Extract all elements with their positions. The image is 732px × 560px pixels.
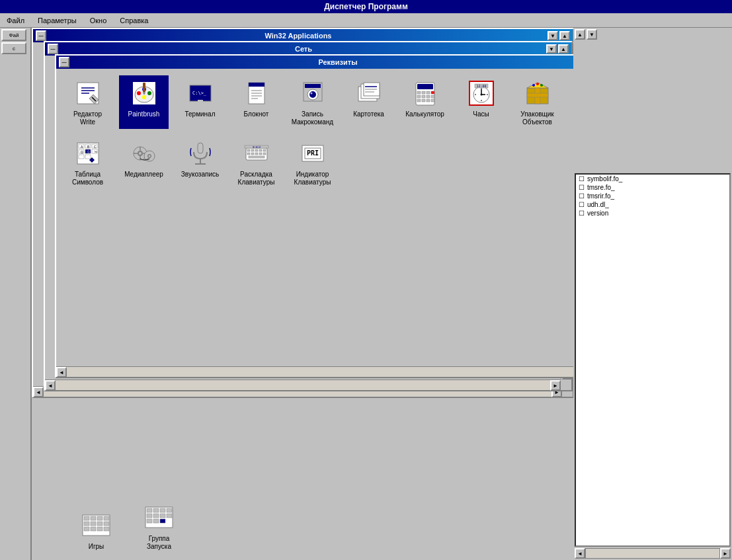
win32-sys-btn[interactable]: ─: [36, 30, 46, 41]
icon-games[interactable]: Игры: [71, 508, 121, 553]
req-title-bar: ─ Реквизиты ▼ ▲: [56, 56, 573, 69]
file-item-3[interactable]: ☐ tmsrir.fo_: [576, 192, 729, 200]
icon-charmap[interactable]: A B C Ω © ™: [63, 136, 112, 189]
svg-rect-41: [431, 91, 434, 94]
notepad-icon: [241, 78, 271, 108]
file-name-5: version: [587, 210, 608, 217]
req-scroll-left[interactable]: ◄: [56, 367, 67, 377]
set-sys-btn[interactable]: ─: [48, 44, 58, 54]
keyboard-icon: Ф Ж Й: [241, 138, 271, 168]
svg-point-93: [148, 155, 150, 157]
svg-rect-12: [143, 83, 145, 92]
req-window: ─ Реквизиты ▼ ▲: [55, 54, 573, 378]
svg-text:™: ™: [94, 150, 97, 154]
svg-point-29: [310, 92, 312, 94]
macro-icon: [298, 78, 327, 108]
win32-title-bar: ─ Win32 Applications ▼ ▲: [33, 29, 573, 42]
svg-rect-108: [249, 156, 264, 158]
menu-file[interactable]: Файл: [3, 15, 28, 26]
icon-keyboard[interactable]: Ф Ж Й РаскладкаКлавиатуры: [231, 136, 281, 189]
icon-soundrec[interactable]: Звукозапись: [175, 136, 225, 189]
startup-icon: [144, 502, 174, 532]
icon-startup[interactable]: Группа Запуска: [134, 500, 184, 553]
app-title: Диспетчер Программ: [324, 2, 408, 11]
svg-rect-76: [85, 155, 91, 159]
left-sidebar: Фай с: [0, 28, 32, 560]
right-scroll-right[interactable]: ►: [720, 548, 731, 559]
win32-scroll-left[interactable]: ◄: [33, 387, 44, 397]
games-label: Игры: [89, 543, 104, 551]
svg-rect-104: [251, 153, 254, 155]
svg-rect-132: [147, 514, 152, 518]
mediaplayer-icon: [129, 138, 159, 168]
svg-rect-122: [104, 522, 109, 526]
menu-params[interactable]: Параметры: [34, 15, 81, 26]
svg-rect-48: [427, 99, 430, 102]
svg-rect-46: [417, 99, 421, 102]
icon-cardfile[interactable]: Картотека: [344, 75, 393, 129]
win32-min-btn[interactable]: ▼: [548, 31, 558, 40]
win32-title-text: Win32 Applications: [49, 32, 548, 40]
file-item-1[interactable]: ☐ symbolif.fo_: [576, 175, 729, 183]
packager-icon: [522, 78, 552, 108]
file-checkbox-1: ☐: [579, 175, 585, 182]
svg-rect-44: [427, 95, 430, 98]
svg-text:12:00: 12:00: [476, 84, 486, 88]
icon-write[interactable]: РедакторWrite: [63, 75, 112, 129]
svg-rect-121: [97, 522, 102, 526]
soundrec-icon: [185, 138, 215, 168]
set-scroll-left[interactable]: ◄: [45, 380, 56, 391]
req-title-text: Реквизиты: [72, 58, 573, 66]
icon-calc[interactable]: Калькулятор: [400, 75, 450, 129]
svg-rect-133: [153, 514, 159, 518]
svg-point-65: [532, 84, 535, 87]
set-scroll-right[interactable]: ►: [550, 380, 561, 391]
icon-packager[interactable]: УпаковщикОбъектов: [512, 75, 562, 129]
keyindicator-label: ИндикаторКлавиатуры: [294, 171, 331, 186]
set-min-btn[interactable]: ▼: [546, 44, 557, 54]
file-item-5[interactable]: ☐ version: [576, 209, 729, 218]
icon-terminal[interactable]: C:\>_ Терминал: [175, 75, 225, 129]
clock-label: Часы: [473, 110, 489, 118]
svg-rect-47: [422, 99, 425, 102]
sidebar-btn-2[interactable]: с: [1, 42, 26, 54]
icon-mediaplayer[interactable]: Медиаплеер: [119, 136, 169, 189]
svg-rect-115: [84, 516, 89, 520]
win32-max-btn[interactable]: ▲: [559, 31, 570, 40]
svg-rect-118: [104, 516, 109, 520]
calc-label: Калькулятор: [405, 110, 444, 118]
file-name-4: udh.dl_: [587, 201, 609, 208]
svg-point-28: [309, 91, 316, 98]
icon-keyindicator[interactable]: PRI ИндикаторКлавиатуры: [288, 136, 337, 189]
menu-window[interactable]: Окно: [86, 15, 111, 26]
svg-rect-116: [91, 516, 96, 520]
svg-rect-64: [527, 93, 548, 97]
sidebar-btn-1[interactable]: Фай: [1, 29, 26, 41]
file-checkbox-4: ☐: [579, 201, 585, 208]
right-scroll-left[interactable]: ◄: [575, 548, 585, 559]
startup-label: Группа Запуска: [137, 535, 181, 551]
icon-notepad[interactable]: Блокнот: [231, 75, 281, 129]
svg-rect-124: [91, 527, 96, 531]
svg-rect-94: [198, 143, 203, 153]
svg-rect-103: [247, 153, 250, 155]
svg-rect-39: [422, 91, 425, 94]
file-list: ☐ symbolif.fo_ ☐ tmsre.fo_ ☐ tmsrir.fo_: [576, 175, 729, 218]
calc-icon: [410, 78, 440, 108]
icon-paintbrush[interactable]: Paintbrush: [119, 75, 169, 129]
file-item-2[interactable]: ☐ tmsre.fo_: [576, 183, 729, 192]
file-checkbox-3: ☐: [579, 192, 585, 200]
macro-label: ЗаписьМакрокоманд: [292, 110, 333, 126]
menu-help[interactable]: Справка: [116, 15, 152, 26]
keyboard-label: РаскладкаКлавиатуры: [238, 171, 275, 186]
icon-clock[interactable]: 12:00 Часы: [456, 75, 506, 129]
right-scroll-up-top[interactable]: ▲: [575, 29, 585, 40]
file-checkbox-2: ☐: [579, 184, 585, 191]
file-item-4[interactable]: ☐ udh.dl_: [576, 200, 729, 209]
req-sys-btn[interactable]: ─: [59, 57, 69, 67]
right-scroll-down-top[interactable]: ▼: [587, 29, 597, 40]
set-max-btn[interactable]: ▲: [558, 44, 569, 54]
svg-rect-123: [84, 527, 89, 531]
icon-macro[interactable]: ЗаписьМакрокоманд: [288, 75, 337, 129]
clock-icon: 12:00: [466, 78, 496, 108]
